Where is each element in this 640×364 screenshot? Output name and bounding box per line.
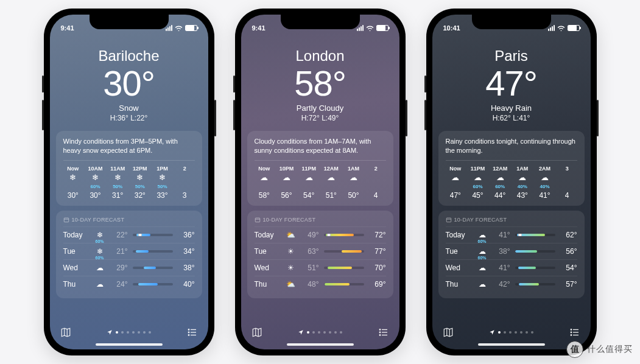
weather-hero: Bariloche 30° Snow H:36° L:22° <box>50 37 208 131</box>
daily-row[interactable]: Tue ☁60% 38° 56° <box>446 243 577 260</box>
day-name: Tue <box>255 247 280 256</box>
daily-row[interactable]: Tue ❄︎60% 21° 34° <box>63 243 195 260</box>
forecast-card[interactable]: 10-DAY FORECAST Today ☁60% 41° 62° Tue ☁… <box>438 211 585 298</box>
page-dots[interactable] <box>107 329 151 335</box>
condition-label: Heavy Rain <box>432 103 591 113</box>
temp-range-bar <box>515 250 555 253</box>
hourly-item[interactable]: Now ☁ 47° <box>446 166 466 200</box>
day-low: 42° <box>493 280 510 289</box>
forecast-header: 10-DAY FORECAST <box>63 217 195 227</box>
weather-icon: ❄︎ <box>159 173 166 182</box>
temp-range-bar <box>133 283 173 285</box>
weather-icon: ❄︎60% <box>94 247 106 256</box>
weather-icon: ☁ <box>476 280 488 289</box>
summary-text: Cloudy conditions from 1AM–7AM, with sun… <box>255 137 386 161</box>
hourly-item[interactable]: 10AM ❄︎ 60% 30° <box>85 166 105 200</box>
location-icon <box>107 329 113 335</box>
signal-icon <box>166 25 172 31</box>
daily-row[interactable]: Wed ☁ 29° 38° <box>63 260 195 276</box>
hourly-item[interactable]: 10PM ☁ 56° <box>276 166 297 200</box>
day-name: Thu <box>63 280 89 289</box>
weather-app-screen[interactable]: 10:41 Paris 47° Heavy Rain H:62° L:41° R… <box>432 15 591 349</box>
forecast-card[interactable]: 10-DAY FORECAST Today ❄︎60% 22° 36° Tue … <box>56 211 202 298</box>
daily-row[interactable]: Today ❄︎60% 22° 36° <box>63 227 195 243</box>
watermark-badge: 值 <box>566 341 583 358</box>
hourly-item[interactable]: 1AM ☁ 50° <box>343 166 364 200</box>
hourly-card[interactable]: Cloudy conditions from 1AM–7AM, with sun… <box>247 131 393 206</box>
weather-icon: ☁60% <box>476 247 488 256</box>
daily-row[interactable]: Today ☁60% 41° 62° <box>446 227 577 243</box>
forecast-card[interactable]: 10-DAY FORECAST Today ⛅ 49° 72° Tue ☀ 63… <box>247 211 393 298</box>
daily-row[interactable]: Wed ☀ 51° 70° <box>255 260 386 276</box>
calendar-icon <box>255 217 261 223</box>
daily-row[interactable]: Thu ☁ 42° 57° <box>446 276 577 292</box>
svg-point-21 <box>571 329 572 331</box>
hourly-item[interactable]: 11PM ☁ 54° <box>299 166 319 200</box>
weather-hero: Paris 47° Heavy Rain H:62° L:41° <box>432 37 591 131</box>
hourly-item[interactable]: 3 4 <box>557 166 577 200</box>
notch <box>281 15 360 29</box>
city-name: London <box>241 47 399 65</box>
day-low: 48° <box>302 280 319 289</box>
summary-text: Windy conditions from 3PM–5PM, with heav… <box>63 137 195 161</box>
hourly-card[interactable]: Windy conditions from 3PM–5PM, with heav… <box>56 131 202 206</box>
hourly-scroll[interactable]: Now ☁ 58° 10PM ☁ 56° 11PM ☁ 54° 12AM ☁ 5… <box>255 166 386 200</box>
map-button[interactable] <box>251 326 263 338</box>
hourly-item[interactable]: 11PM ☁ 60% 45° <box>468 166 488 200</box>
hourly-item[interactable]: 12PM ❄︎ 50% 32° <box>130 166 150 200</box>
hour-label: 11AM <box>110 166 125 172</box>
hourly-item[interactable]: Now ❄︎ 30° <box>63 166 83 200</box>
day-high: 34° <box>178 247 195 256</box>
hourly-card[interactable]: Rainy conditions tonight, continuing thr… <box>438 131 585 206</box>
hourly-scroll[interactable]: Now ☁ 47° 11PM ☁ 60% 45° 12AM ☁ 60% 44° … <box>446 166 577 200</box>
weather-app-screen[interactable]: 9:41 London 58° Partly Cloudy H:72° L:49… <box>241 15 399 349</box>
day-low: 29° <box>111 264 128 272</box>
daily-row[interactable]: Today ⛅ 49° 72° <box>255 227 386 243</box>
list-button[interactable] <box>569 326 581 338</box>
hourly-item[interactable]: 1AM ☁ 40% 43° <box>513 166 533 200</box>
home-indicator[interactable] <box>96 343 163 346</box>
hourly-item[interactable]: 11AM ❄︎ 50% 31° <box>108 166 128 200</box>
hour-precip: 40% <box>518 184 527 189</box>
hour-temp: 58° <box>259 191 270 200</box>
hourly-item[interactable]: Now ☁ 58° <box>255 166 275 200</box>
day-name: Today <box>446 231 471 239</box>
hourly-item[interactable]: 12AM ☁ 51° <box>322 166 342 200</box>
daily-row[interactable]: Tue ☀ 63° 77° <box>255 243 386 260</box>
hour-temp: 32° <box>135 191 146 200</box>
condition-label: Snow <box>50 103 208 113</box>
daily-row[interactable]: Wed ☁ 41° 54° <box>446 260 577 276</box>
map-button[interactable] <box>60 326 72 338</box>
wifi-icon <box>557 25 565 31</box>
list-button[interactable] <box>378 326 390 338</box>
hourly-item[interactable]: 12AM ☁ 60% 44° <box>490 166 510 200</box>
weather-icon: ☁ <box>94 264 106 272</box>
map-button[interactable] <box>442 326 454 338</box>
hourly-scroll[interactable]: Now ❄︎ 30° 10AM ❄︎ 60% 30° 11AM ❄︎ 50% 3… <box>63 166 195 200</box>
list-button[interactable] <box>186 326 199 338</box>
hourly-item[interactable]: 2 4 <box>366 166 386 200</box>
svg-rect-8 <box>255 218 260 222</box>
hourly-item[interactable]: 1PM ❄︎ 50% 33° <box>152 166 172 200</box>
svg-point-5 <box>188 329 189 331</box>
weather-app-screen[interactable]: 9:41 Bariloche 30° Snow H:36° L:22° Wind… <box>50 15 208 349</box>
day-high: 38° <box>178 264 195 272</box>
page-dots[interactable] <box>489 329 533 335</box>
hourly-item[interactable]: 2AM ☁ 40% 41° <box>535 166 555 200</box>
weather-icon: ☁ <box>476 264 488 272</box>
day-precip: 60% <box>477 239 486 243</box>
day-precip: 60% <box>95 239 104 243</box>
phone-frame: 9:41 Bariloche 30° Snow H:36° L:22° Wind… <box>44 9 214 355</box>
watermark: 值 什么值得买 <box>566 341 633 358</box>
hourly-item[interactable]: 2 3 <box>175 166 195 200</box>
hour-label: 2 <box>183 166 186 172</box>
svg-point-15 <box>379 335 381 336</box>
daily-row[interactable]: Thu ☁ 24° 40° <box>63 276 195 292</box>
hour-temp: 30° <box>68 191 79 200</box>
home-indicator[interactable] <box>478 343 545 346</box>
day-low: 41° <box>493 264 510 272</box>
daily-row[interactable]: Thu ⛅ 48° 69° <box>255 276 386 292</box>
page-dots[interactable] <box>298 329 342 335</box>
day-name: Wed <box>255 264 280 272</box>
home-indicator[interactable] <box>287 343 354 346</box>
